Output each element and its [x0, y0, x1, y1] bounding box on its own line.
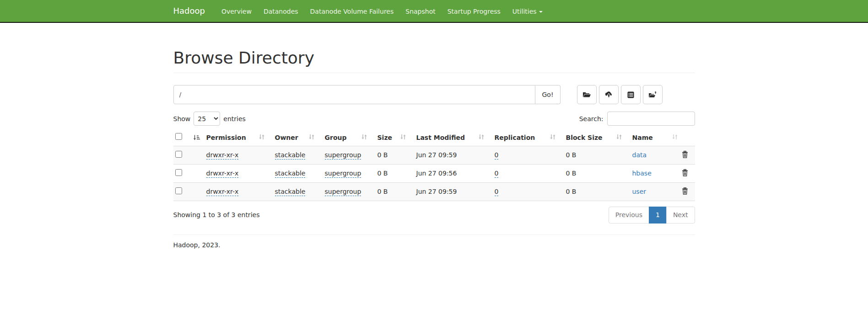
owner-cell[interactable]: stackable	[275, 188, 306, 196]
page-length-control: Show 25 entries	[173, 112, 246, 126]
row-checkbox[interactable]	[175, 187, 182, 194]
directory-link[interactable]: hbase	[632, 170, 652, 177]
header-actions	[680, 129, 695, 146]
delete-button[interactable]	[682, 151, 688, 160]
table-footer: Showing 1 to 3 of 3 entries Previous 1 N…	[173, 207, 695, 224]
directory-link[interactable]: data	[632, 151, 647, 159]
table-row: drwxr-xr-x stackable supergroup 0 B Jun …	[173, 146, 695, 164]
row-checkbox[interactable]	[175, 169, 182, 176]
header-replication[interactable]: Replication	[493, 129, 564, 146]
delete-button[interactable]	[682, 169, 688, 178]
block-size-cell: 0 B	[566, 151, 577, 159]
cloud-upload-icon	[604, 91, 613, 98]
entries-info: Showing 1 to 3 of 3 entries	[173, 211, 260, 218]
select-all-checkbox[interactable]	[175, 133, 182, 140]
table-row: drwxr-xr-x stackable supergroup 0 B Jun …	[173, 182, 695, 201]
nav-item-utilities-dropdown[interactable]: Utilities	[507, 0, 549, 23]
sort-both-icon	[259, 133, 265, 142]
go-button[interactable]: Go!	[535, 85, 560, 104]
row-checkbox[interactable]	[175, 151, 182, 158]
nav-item-overview[interactable]: Overview	[216, 0, 258, 23]
nav-item-startup-progress[interactable]: Startup Progress	[442, 0, 507, 23]
utilities-label: Utilities	[512, 8, 537, 15]
path-bar: Go!	[173, 85, 695, 104]
directory-path-input[interactable]	[173, 85, 536, 104]
replication-cell[interactable]: 0	[495, 170, 499, 178]
sort-both-icon	[308, 133, 315, 142]
group-cell[interactable]: supergroup	[325, 151, 361, 160]
block-size-cell: 0 B	[566, 170, 577, 177]
header-size[interactable]: Size	[376, 129, 415, 146]
owner-cell[interactable]: stackable	[275, 170, 306, 178]
page-length-select[interactable]: 25	[194, 112, 220, 126]
file-action-buttons	[577, 85, 663, 104]
pagination-previous[interactable]: Previous	[609, 207, 649, 224]
move-selected-button[interactable]	[643, 85, 663, 104]
sort-both-icon	[550, 133, 556, 142]
block-size-cell: 0 B	[566, 188, 577, 195]
sort-both-icon	[361, 133, 367, 142]
entries-label: entries	[223, 115, 246, 122]
top-navbar: Hadoop Overview Datanodes Datanode Volum…	[0, 0, 868, 23]
header-name[interactable]: Name	[631, 129, 680, 146]
table-search-control: Search:	[579, 112, 695, 126]
folder-open-icon	[582, 91, 591, 98]
header-permission[interactable]: Permission	[205, 129, 273, 146]
nav-item-snapshot[interactable]: Snapshot	[399, 0, 441, 23]
site-footer-text: Hadoop, 2023.	[173, 241, 695, 249]
size-cell: 0 B	[377, 188, 388, 195]
header-last-modified[interactable]: Last Modified	[415, 129, 493, 146]
header-block-size[interactable]: Block Size	[564, 129, 631, 146]
owner-cell[interactable]: stackable	[275, 151, 306, 160]
permission-cell[interactable]: drwxr-xr-x	[206, 188, 239, 196]
trash-icon	[682, 187, 688, 195]
navbar-menu: Overview Datanodes Datanode Volume Failu…	[216, 0, 549, 23]
title-divider	[173, 73, 695, 73]
cut-paste-button[interactable]	[621, 85, 641, 104]
group-cell[interactable]: supergroup	[325, 170, 361, 178]
sort-amount-asc-icon	[193, 134, 200, 142]
sort-both-icon	[672, 133, 678, 142]
last-modified-cell: Jun 27 09:59	[416, 151, 457, 159]
last-modified-cell: Jun 27 09:56	[416, 170, 457, 177]
brand-hadoop[interactable]: Hadoop	[173, 0, 212, 23]
table-header-row: Permission Owner	[173, 129, 695, 146]
footer-divider	[173, 234, 695, 235]
create-directory-button[interactable]	[577, 85, 597, 104]
replication-cell[interactable]: 0	[495, 151, 499, 160]
pagination-page-1[interactable]: 1	[649, 207, 667, 224]
replication-cell[interactable]: 0	[495, 188, 499, 196]
trash-icon	[682, 151, 688, 158]
last-modified-cell: Jun 27 09:59	[416, 188, 457, 195]
sort-both-icon	[400, 133, 406, 142]
folder-move-icon	[648, 91, 657, 99]
directory-table: Permission Owner	[173, 129, 695, 201]
sort-both-icon	[478, 133, 485, 142]
search-input[interactable]	[607, 112, 695, 126]
size-cell: 0 B	[377, 170, 388, 177]
list-alt-icon	[627, 91, 635, 99]
table-row: drwxr-xr-x stackable supergroup 0 B Jun …	[173, 164, 695, 182]
delete-button[interactable]	[682, 187, 688, 196]
path-input-group: Go!	[173, 85, 561, 104]
permission-cell[interactable]: drwxr-xr-x	[206, 151, 239, 160]
page-title: Browse Directory	[173, 48, 695, 67]
nav-item-datanode-volume-failures[interactable]: Datanode Volume Failures	[304, 0, 400, 23]
upload-files-button[interactable]	[599, 85, 619, 104]
search-label: Search:	[579, 115, 604, 122]
chevron-down-icon	[539, 11, 543, 13]
directory-link[interactable]: user	[632, 188, 647, 195]
pagination-next[interactable]: Next	[666, 207, 695, 224]
sort-both-icon	[616, 133, 622, 142]
pagination: Previous 1 Next	[609, 207, 695, 224]
show-label: Show	[173, 115, 191, 122]
size-cell: 0 B	[377, 151, 388, 159]
table-controls: Show 25 entries Search:	[173, 112, 695, 126]
trash-icon	[682, 169, 688, 176]
header-group[interactable]: Group	[323, 129, 376, 146]
permission-cell[interactable]: drwxr-xr-x	[206, 170, 239, 178]
header-select-all[interactable]	[173, 129, 205, 146]
nav-item-datanodes[interactable]: Datanodes	[258, 0, 304, 23]
header-owner[interactable]: Owner	[273, 129, 323, 146]
group-cell[interactable]: supergroup	[325, 188, 361, 196]
